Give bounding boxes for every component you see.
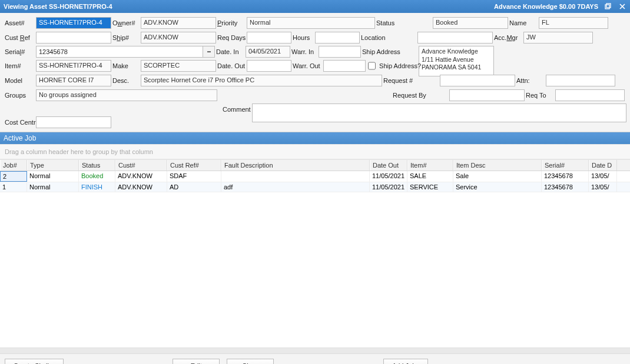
acc-mgr-field[interactable]: JW bbox=[523, 32, 593, 44]
col-header-type[interactable]: Type bbox=[27, 160, 79, 171]
ship-num-field[interactable]: ADV.KNOW bbox=[141, 32, 216, 44]
cell-type: Normal bbox=[27, 182, 79, 192]
label-status: Status bbox=[375, 19, 433, 26]
location-field[interactable] bbox=[417, 32, 493, 44]
add-jobs-button[interactable]: Add Jobs bbox=[383, 359, 428, 364]
date-in-field[interactable]: 04/05/2021 bbox=[246, 46, 290, 58]
req-days-field[interactable] bbox=[247, 32, 291, 44]
cell-job: 1 bbox=[0, 182, 27, 192]
col-header-custref[interactable]: Cust Ref# bbox=[167, 160, 221, 171]
asset-form: Asset# SS-HORNETI7PRO-4 Owner# ADV.KNOW … bbox=[0, 13, 630, 132]
groups-field[interactable]: No groups assigned bbox=[36, 89, 217, 101]
warr-in-field[interactable] bbox=[319, 46, 361, 58]
cell-item: SERVICE bbox=[407, 182, 453, 192]
cell-fault: adf bbox=[221, 182, 370, 192]
label-acc-mgr: Acc.Mgr bbox=[493, 34, 523, 41]
comment-field[interactable] bbox=[252, 103, 626, 122]
cell-status: Booked bbox=[79, 171, 115, 182]
col-header-serial[interactable]: Serial# bbox=[542, 160, 589, 171]
label-date-out: Date. Out bbox=[216, 62, 247, 69]
label-model: Model bbox=[4, 77, 36, 84]
svg-rect-1 bbox=[606, 4, 611, 8]
cell-cust: ADV.KNOW bbox=[115, 182, 167, 192]
item-num-field[interactable]: SS-HORNETI7PRO-4 bbox=[36, 60, 111, 72]
col-header-job[interactable]: Job# bbox=[0, 160, 27, 171]
cell-itemdesc: Sale bbox=[453, 171, 542, 182]
label-ship-address-q: Ship Address? bbox=[378, 62, 423, 69]
cell-serial: 12345678 bbox=[542, 182, 589, 192]
ship-address-checkbox[interactable] bbox=[368, 62, 376, 70]
cell-type: Normal bbox=[27, 171, 79, 182]
col-header-item[interactable]: Item# bbox=[407, 160, 453, 171]
serial-num-field[interactable]: 12345678 ··· bbox=[36, 46, 215, 58]
svg-rect-0 bbox=[605, 5, 609, 9]
col-header-dated[interactable]: Date D bbox=[589, 160, 617, 171]
date-out-field[interactable] bbox=[247, 60, 291, 72]
label-location: Location bbox=[360, 34, 417, 41]
label-make: Make bbox=[111, 62, 141, 69]
col-header-status[interactable]: Status bbox=[79, 160, 115, 171]
window-title: Viewing Asset SS-HORNETI7PRO-4 bbox=[4, 3, 494, 10]
req-to-field[interactable] bbox=[555, 89, 625, 101]
make-field[interactable]: SCORPTEC bbox=[141, 60, 216, 72]
ship-address-field[interactable]: Advance Knowledge 1/11 Hattie Avenue PAN… bbox=[419, 46, 494, 76]
cell-job: 2 bbox=[0, 171, 27, 182]
name-field[interactable]: FL bbox=[539, 17, 608, 29]
priority-field[interactable]: Normal bbox=[247, 17, 375, 29]
cell-dated: 13/05/ bbox=[589, 182, 617, 192]
cell-dated: 13/05/ bbox=[589, 171, 617, 182]
col-header-cust[interactable]: Cust# bbox=[115, 160, 167, 171]
request-by-field[interactable] bbox=[449, 89, 525, 101]
create-similar-button[interactable]: Create Similar bbox=[5, 359, 64, 364]
label-request-by: Request By bbox=[392, 92, 449, 99]
active-job-header: Active Job bbox=[0, 132, 630, 144]
label-hours: Hours bbox=[291, 34, 315, 41]
col-header-fault[interactable]: Fault Description bbox=[221, 160, 370, 171]
table-row[interactable]: 2 Normal Booked ADV.KNOW SDAF 11/05/2021… bbox=[0, 171, 630, 182]
label-owner-num: Owner# bbox=[111, 19, 141, 26]
model-field[interactable]: HORNET CORE I7 bbox=[36, 75, 111, 86]
hours-field[interactable] bbox=[315, 32, 360, 44]
col-header-itemdesc[interactable]: Item Desc bbox=[453, 160, 542, 171]
label-serial-num: Serial# bbox=[4, 46, 36, 55]
table-row[interactable]: 1 Normal FINISH ADV.KNOW AD adf 11/05/20… bbox=[0, 182, 630, 192]
close-icon[interactable] bbox=[618, 2, 626, 11]
label-req-to: Req To bbox=[525, 92, 555, 99]
attn-field[interactable] bbox=[546, 75, 615, 86]
label-cust-ref: Cust Ref bbox=[4, 34, 36, 41]
label-ship-num: Ship# bbox=[111, 34, 141, 41]
owner-num-field[interactable]: ADV.KNOW bbox=[141, 17, 216, 29]
label-groups: Groups bbox=[4, 92, 36, 99]
horizontal-scrollbar[interactable] bbox=[0, 348, 630, 353]
label-cost-centre: Cost Centre bbox=[4, 119, 36, 126]
label-request-num: Request # bbox=[382, 77, 440, 84]
restore-icon[interactable] bbox=[604, 2, 612, 11]
cell-cust: ADV.KNOW bbox=[115, 171, 167, 182]
cell-itemdesc: Service bbox=[453, 182, 542, 192]
serial-num-value: 12345678 bbox=[37, 47, 203, 56]
asset-num-field[interactable]: SS-HORNETI7PRO-4 bbox=[36, 17, 111, 29]
title-right-text: Advance Knowledge $0.00 7DAYS bbox=[494, 3, 598, 10]
request-num-field[interactable] bbox=[440, 75, 515, 86]
desc-field[interactable]: Scorptec Hornet Core i7 Pro Office PC bbox=[141, 75, 382, 86]
edit-button[interactable]: Edit bbox=[173, 359, 220, 364]
serial-lookup-button[interactable]: ··· bbox=[203, 46, 214, 57]
label-comment: Comment bbox=[221, 103, 252, 113]
col-header-dateout[interactable]: Date Out bbox=[370, 160, 407, 171]
label-date-in: Date. In bbox=[215, 46, 246, 55]
cust-ref-field[interactable] bbox=[36, 32, 111, 44]
cell-serial: 12345678 bbox=[542, 171, 589, 182]
group-by-band[interactable]: Drag a column header here to group by th… bbox=[0, 144, 630, 159]
label-req-days: Req Days bbox=[216, 34, 247, 41]
label-ship-address: Ship Address bbox=[361, 46, 419, 55]
close-button[interactable]: Close bbox=[227, 359, 274, 364]
grid-body: 2 Normal Booked ADV.KNOW SDAF 11/05/2021… bbox=[0, 171, 630, 348]
warr-out-field[interactable] bbox=[323, 60, 366, 72]
status-field[interactable]: Booked bbox=[433, 17, 508, 29]
label-attn: Attn: bbox=[515, 77, 546, 84]
grid-header: Job# Type Status Cust# Cust Ref# Fault D… bbox=[0, 159, 630, 171]
cost-centre-field[interactable] bbox=[36, 116, 111, 128]
title-bar: Viewing Asset SS-HORNETI7PRO-4 Advance K… bbox=[0, 0, 630, 13]
label-item-num: Item# bbox=[4, 62, 36, 69]
cell-custref: SDAF bbox=[167, 171, 221, 182]
